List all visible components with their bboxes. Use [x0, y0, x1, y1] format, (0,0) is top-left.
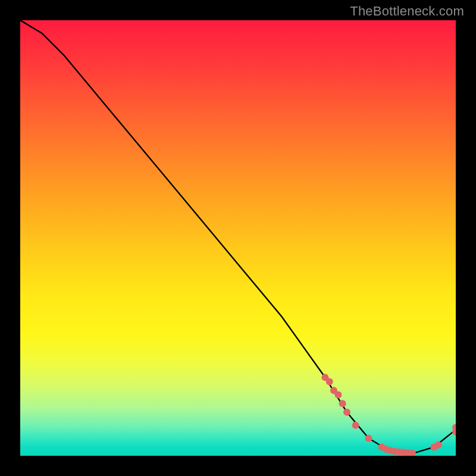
watermark-label: TheBottleneck.com	[350, 4, 464, 19]
highlight-points	[321, 374, 456, 456]
highlight-point	[326, 378, 333, 386]
chart-container: TheBottleneck.com	[0, 0, 476, 476]
highlight-point	[343, 409, 350, 416]
chart-svg	[20, 20, 456, 456]
highlight-point	[334, 392, 342, 399]
highlight-point	[352, 422, 359, 429]
bottleneck-curve	[20, 20, 456, 453]
highlight-point	[435, 441, 442, 449]
highlight-point	[339, 400, 346, 407]
highlight-point	[365, 435, 372, 442]
plot-area	[20, 20, 456, 456]
